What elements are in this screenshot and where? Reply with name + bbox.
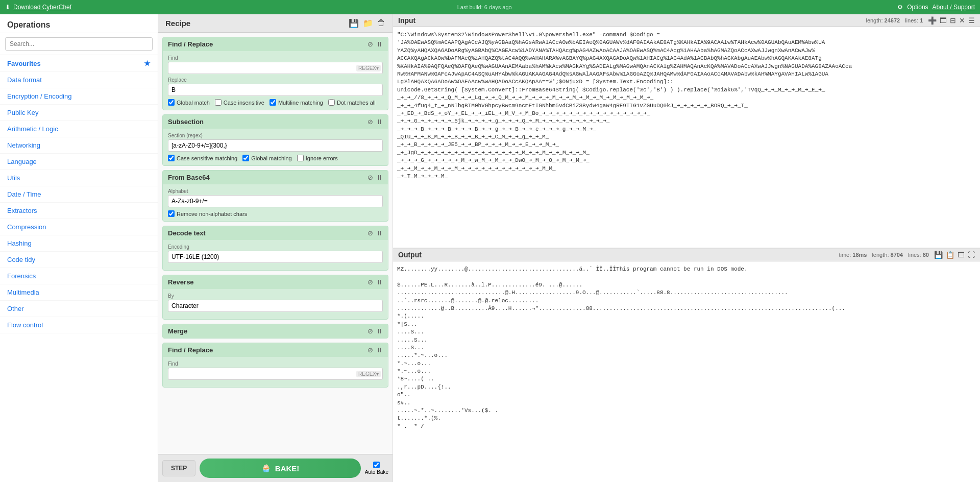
input-window-icon[interactable]: 🗖	[940, 16, 947, 25]
disable-icon-1[interactable]: ⊘	[368, 40, 373, 48]
pause-icon-1[interactable]: ⏸	[376, 40, 383, 48]
input-area: Input length: 24672 lines: 1 ➕ 🗖 ⊟ ✕ ☰ "…	[393, 14, 980, 249]
sidebar-item-code-tidy[interactable]: Code tidy	[0, 252, 158, 268]
input-length-label: length: 24672	[866, 17, 900, 23]
pause-icon-decode[interactable]: ⏸	[376, 229, 383, 237]
merge-title: Merge	[168, 327, 187, 335]
sidebar-item-forensics[interactable]: Forensics	[0, 268, 158, 284]
sidebar-item-data-format[interactable]: Data format	[0, 72, 158, 88]
input-menu-icon[interactable]: ☰	[968, 16, 975, 25]
sidebar-item-label: Compression	[7, 223, 46, 231]
decode-text-header[interactable]: Decode text ⊘ ⏸	[163, 226, 388, 240]
encoding-select[interactable]: UTF-16LE (1200)	[168, 251, 383, 263]
from-base64-header[interactable]: From Base64 ⊘ ⏸	[163, 171, 388, 184]
input-plus-icon[interactable]: ➕	[928, 16, 937, 25]
sidebar-item-flow-control[interactable]: Flow control	[0, 317, 158, 333]
sidebar-item-label: Flow control	[7, 321, 43, 329]
options-label[interactable]: Options	[907, 4, 928, 11]
sidebar-item-utils[interactable]: Utils	[0, 170, 158, 186]
bake-icon: 🧁	[261, 464, 271, 473]
replace-input-1[interactable]	[168, 84, 383, 96]
input-split-icon[interactable]: ⊟	[950, 16, 956, 25]
pause-icon-reverse[interactable]: ⏸	[376, 278, 383, 286]
find-replace-header-1[interactable]: Find / Replace ⊘ ⏸	[163, 37, 388, 51]
sidebar-item-compression[interactable]: Compression	[0, 219, 158, 235]
disable-icon-base64[interactable]: ⊘	[368, 174, 373, 181]
reverse-header[interactable]: Reverse ⊘ ⏸	[163, 275, 388, 289]
multiline-checkbox-1[interactable]: Multiline matching	[270, 99, 323, 106]
disable-icon-decode[interactable]: ⊘	[368, 229, 373, 237]
find-input-2[interactable]	[168, 368, 383, 380]
subsection-body: Section (regex) Case sensitive matching …	[163, 129, 388, 165]
search-input[interactable]	[5, 37, 153, 51]
input-panel-icons: ➕ 🗖 ⊟ ✕ ☰	[928, 16, 975, 25]
output-maximize-icon[interactable]: ⛶	[968, 251, 975, 259]
recipe-scroll: Find / Replace ⊘ ⏸ Find REGEX▾	[158, 33, 393, 454]
decode-text-card: Decode text ⊘ ⏸ Encoding UTF-16LE (1200)	[162, 226, 388, 271]
output-copy-icon[interactable]: 📋	[946, 251, 954, 259]
download-label[interactable]: Download CyberChef	[13, 4, 71, 11]
alphabet-select[interactable]: A-Za-z0-9+/=	[168, 195, 383, 207]
sidebar-item-other[interactable]: Other	[0, 301, 158, 317]
global-matching-checkbox[interactable]: Global matching	[242, 155, 292, 161]
auto-bake-label: Auto Bake	[365, 469, 388, 475]
sidebar-item-encryption---encoding[interactable]: Encryption / Encoding	[0, 88, 158, 105]
find-row-1: Find REGEX▾	[168, 55, 383, 74]
sidebar-item-favourites[interactable]: Favourites★	[0, 55, 158, 72]
input-clear-icon[interactable]: ✕	[959, 16, 965, 25]
subsection-header[interactable]: Subsection ⊘ ⏸	[163, 115, 388, 129]
about-support-label[interactable]: About / Support	[933, 4, 975, 11]
subsection-title: Subsection	[168, 118, 204, 126]
sidebar-item-arithmetic---logic[interactable]: Arithmetic / Logic	[0, 121, 158, 137]
find-input-container-2: REGEX▾	[168, 368, 383, 380]
bake-button[interactable]: 🧁 BAKE!	[200, 459, 361, 478]
disable-icon-reverse[interactable]: ⊘	[368, 278, 373, 286]
sidebar: Operations Favourites★Data formatEncrypt…	[0, 14, 158, 482]
pause-icon-base64[interactable]: ⏸	[376, 174, 383, 181]
decode-text-icons: ⊘ ⏸	[368, 229, 383, 237]
merge-icons: ⊘ ⏸	[368, 327, 383, 335]
ignore-errors-checkbox[interactable]: Ignore errors	[297, 155, 338, 161]
find-replace-header-2[interactable]: Find / Replace ⊘ ⏸	[163, 343, 388, 357]
save-icon[interactable]: 💾	[349, 18, 359, 28]
section-input[interactable]	[168, 139, 383, 152]
remove-non-alpha-checkbox[interactable]: Remove non-alphabet chars	[168, 210, 247, 217]
merge-header[interactable]: Merge ⊘ ⏸	[163, 324, 388, 338]
sidebar-title: Operations	[0, 14, 158, 33]
folder-icon[interactable]: 📁	[363, 18, 373, 28]
output-window-icon[interactable]: 🗖	[958, 251, 965, 259]
sidebar-item-networking[interactable]: Networking	[0, 137, 158, 154]
recipe-header: Recipe 💾 📁 🗑	[158, 14, 393, 33]
pause-icon-subsection[interactable]: ⏸	[376, 118, 383, 126]
sidebar-item-label: Favourites	[7, 60, 41, 67]
sidebar-item-public-key[interactable]: Public Key	[0, 105, 158, 121]
find-label-1: Find	[168, 55, 383, 61]
step-button[interactable]: STEP	[162, 460, 195, 476]
case-insensitive-checkbox-1[interactable]: Case insensitive	[215, 99, 264, 106]
find-input-1[interactable]	[168, 62, 383, 74]
auto-bake-checkbox[interactable]	[373, 462, 380, 468]
sidebar-item-language[interactable]: Language	[0, 154, 158, 170]
regex-badge-1[interactable]: REGEX▾	[356, 65, 381, 71]
dot-all-checkbox-1[interactable]: Dot matches all	[328, 99, 376, 106]
disable-icon-merge[interactable]: ⊘	[368, 327, 373, 335]
sidebar-item-hashing[interactable]: Hashing	[0, 235, 158, 252]
global-match-checkbox-1[interactable]: Global match	[168, 99, 210, 106]
find-replace-body-2: Find REGEX▾	[163, 357, 388, 387]
section-row: Section (regex)	[168, 133, 383, 152]
input-header-right: length: 24672 lines: 1 ➕ 🗖 ⊟ ✕ ☰	[866, 16, 975, 25]
pause-icon-merge[interactable]: ⏸	[376, 327, 383, 335]
regex-badge-2[interactable]: REGEX▾	[356, 371, 381, 377]
output-save-icon[interactable]: 💾	[934, 251, 943, 259]
input-text[interactable]: "C:\Windows\System32\WindowsPowerShell\v…	[393, 27, 980, 248]
trash-icon[interactable]: 🗑	[377, 18, 385, 28]
sidebar-item-multimedia[interactable]: Multimedia	[0, 284, 158, 301]
sidebar-item-extractors[interactable]: Extractors	[0, 203, 158, 219]
disable-icon-subsection[interactable]: ⊘	[368, 118, 373, 126]
by-select[interactable]: Character	[168, 300, 383, 312]
sidebar-item-label: Forensics	[7, 272, 36, 280]
pause-icon-2[interactable]: ⏸	[376, 346, 383, 354]
sidebar-item-date---time[interactable]: Date / Time	[0, 186, 158, 203]
case-sensitive-checkbox[interactable]: Case sensitive matching	[168, 155, 237, 161]
disable-icon-2[interactable]: ⊘	[368, 346, 373, 354]
